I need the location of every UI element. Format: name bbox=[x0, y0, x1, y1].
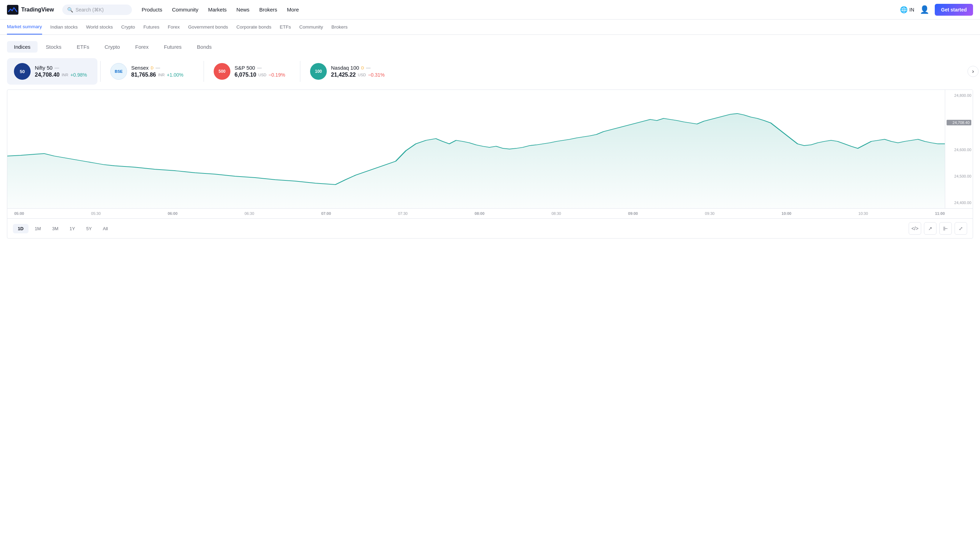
sec-nav-gov-bonds[interactable]: Government bonds bbox=[188, 24, 228, 30]
sp500-logo: 500 bbox=[214, 63, 231, 80]
nifty50-currency: INR bbox=[62, 73, 68, 77]
nav-links: Products Community Markets News Brokers … bbox=[142, 6, 900, 13]
index-card-sensex[interactable]: BSE Sensex D — 81,765.86 INR +1.00% bbox=[103, 58, 201, 84]
nasdaq-name-row: Nasdaq 100 D — bbox=[331, 65, 385, 71]
sec-nav-crypto[interactable]: Crypto bbox=[121, 24, 135, 30]
x-label-9: 09:30 bbox=[705, 211, 715, 215]
globe-icon: 🌐 bbox=[900, 6, 908, 14]
tab-stocks[interactable]: Stocks bbox=[39, 41, 68, 53]
nasdaq-delay-badge: D bbox=[361, 66, 364, 70]
time-btn-1m[interactable]: 1M bbox=[30, 224, 46, 233]
sp500-change: −0.19% bbox=[269, 72, 285, 78]
sec-nav-futures[interactable]: Futures bbox=[143, 24, 159, 30]
nasdaq-name: Nasdaq 100 bbox=[331, 65, 359, 71]
sec-nav-corp-bonds[interactable]: Corporate bonds bbox=[236, 24, 272, 30]
chart-inner[interactable]: 24,800.00 24,708.40 24,600.00 24,500.00 … bbox=[7, 90, 973, 208]
nav-right: 🌐 IN 👤 Get started bbox=[900, 4, 973, 16]
sensex-values: 81,765.86 INR +1.00% bbox=[131, 72, 183, 78]
index-card-nifty50[interactable]: 50 Nifty 50 — 24,708.40 INR +0.98% bbox=[7, 58, 97, 84]
sec-nav-indian-stocks[interactable]: Indian stocks bbox=[51, 24, 78, 30]
time-btn-5y[interactable]: 5Y bbox=[81, 224, 97, 233]
x-label-3: 06:30 bbox=[245, 211, 255, 215]
sp500-name-row: S&P 500 — bbox=[235, 65, 285, 71]
tool-fullscreen[interactable]: ⤢ bbox=[955, 222, 967, 235]
nav-news[interactable]: News bbox=[236, 6, 250, 13]
sp500-name: S&P 500 bbox=[235, 65, 255, 71]
sensex-name-row: Sensex D — bbox=[131, 65, 183, 71]
x-label-4: 07:00 bbox=[321, 211, 331, 215]
index-cards: 50 Nifty 50 — 24,708.40 INR +0.98% BSE S… bbox=[7, 58, 973, 84]
region-label: IN bbox=[909, 7, 914, 13]
y-axis: 24,800.00 24,708.40 24,600.00 24,500.00 … bbox=[945, 90, 973, 208]
user-icon[interactable]: 👤 bbox=[920, 5, 929, 14]
logo[interactable]: TradingView bbox=[7, 5, 54, 14]
nav-community[interactable]: Community bbox=[172, 6, 198, 13]
time-btn-3m[interactable]: 3M bbox=[47, 224, 63, 233]
tab-crypto[interactable]: Crypto bbox=[97, 41, 127, 53]
tab-futures[interactable]: Futures bbox=[157, 41, 189, 53]
get-started-button[interactable]: Get started bbox=[935, 4, 973, 16]
sensex-minus[interactable]: — bbox=[156, 65, 160, 70]
sensex-currency: INR bbox=[158, 73, 165, 77]
time-btn-1d[interactable]: 1D bbox=[13, 224, 29, 233]
asset-tabs: Indices Stocks ETFs Crypto Forex Futures… bbox=[0, 35, 980, 58]
index-card-sp500[interactable]: 500 S&P 500 — 6,075.10 USD −0.19% bbox=[207, 58, 297, 84]
sp500-info: S&P 500 — 6,075.10 USD −0.19% bbox=[235, 65, 285, 78]
y-label-4: 24,400.00 bbox=[947, 201, 971, 205]
sec-nav-etfs[interactable]: ETFs bbox=[280, 24, 291, 30]
nasdaq-currency: USD bbox=[358, 73, 366, 77]
y-label-3: 24,500.00 bbox=[947, 174, 971, 178]
search-icon: 🔍 bbox=[67, 7, 73, 13]
sec-nav-community[interactable]: Community bbox=[299, 24, 323, 30]
nasdaq-info: Nasdaq 100 D — 21,425.22 USD −0.31% bbox=[331, 65, 385, 78]
sec-nav-market-summary[interactable]: Market summary bbox=[7, 19, 42, 35]
nav-more[interactable]: More bbox=[287, 6, 299, 13]
tab-etfs[interactable]: ETFs bbox=[70, 41, 96, 53]
time-btn-all[interactable]: All bbox=[98, 224, 113, 233]
sensex-delay-badge: D bbox=[151, 66, 153, 70]
index-card-nasdaq[interactable]: 100 Nasdaq 100 D — 21,425.22 USD −0.31% bbox=[303, 58, 407, 84]
nifty50-price: 24,708.40 bbox=[35, 72, 59, 78]
time-btn-1y[interactable]: 1Y bbox=[65, 224, 80, 233]
cards-next-arrow[interactable]: › bbox=[967, 66, 978, 77]
x-label-11: 10:30 bbox=[859, 211, 868, 215]
nasdaq-price: 21,425.22 bbox=[331, 72, 356, 78]
tool-compare[interactable]: ⊩ bbox=[939, 222, 952, 235]
tool-code[interactable]: </> bbox=[908, 222, 921, 235]
time-controls: 1D 1M 3M 1Y 5Y All </> ↗ ⊩ ⤢ bbox=[7, 218, 973, 238]
tab-forex[interactable]: Forex bbox=[129, 41, 156, 53]
tool-chart[interactable]: ↗ bbox=[924, 222, 937, 235]
chart-container: 24,800.00 24,708.40 24,600.00 24,500.00 … bbox=[7, 89, 973, 239]
search-box[interactable]: 🔍 Search (⌘K) bbox=[62, 5, 132, 15]
nav-brokers[interactable]: Brokers bbox=[259, 6, 277, 13]
tab-bonds[interactable]: Bonds bbox=[190, 41, 219, 53]
x-label-6: 08:00 bbox=[475, 211, 484, 215]
sensex-change: +1.00% bbox=[167, 72, 183, 78]
nasdaq-minus[interactable]: — bbox=[366, 65, 371, 70]
tab-indices[interactable]: Indices bbox=[7, 41, 38, 53]
sec-nav-brokers[interactable]: Brokers bbox=[331, 24, 348, 30]
sec-nav-forex[interactable]: Forex bbox=[168, 24, 180, 30]
logo-text: TradingView bbox=[21, 6, 54, 13]
sensex-logo: BSE bbox=[110, 63, 127, 80]
sec-nav-world-stocks[interactable]: World stocks bbox=[86, 24, 113, 30]
x-label-7: 08:30 bbox=[552, 211, 562, 215]
current-price-label: 24,708.40 bbox=[947, 120, 971, 125]
nifty50-values: 24,708.40 INR +0.98% bbox=[35, 72, 87, 78]
x-label-12: 11:00 bbox=[935, 211, 945, 215]
sp500-minus[interactable]: — bbox=[257, 65, 262, 70]
region-selector[interactable]: 🌐 IN bbox=[900, 6, 914, 14]
x-label-10: 10:00 bbox=[782, 211, 791, 215]
sensex-price: 81,765.86 bbox=[131, 72, 156, 78]
nifty50-minus[interactable]: — bbox=[55, 65, 59, 70]
nav-products[interactable]: Products bbox=[142, 6, 162, 13]
time-buttons: 1D 1M 3M 1Y 5Y All bbox=[13, 224, 113, 233]
x-label-5: 07:30 bbox=[398, 211, 408, 215]
sensex-name: Sensex bbox=[131, 65, 149, 71]
nasdaq-values: 21,425.22 USD −0.31% bbox=[331, 72, 385, 78]
nifty50-name: Nifty 50 bbox=[35, 65, 52, 71]
nasdaq-change: −0.31% bbox=[368, 72, 385, 78]
chart-tools: </> ↗ ⊩ ⤢ bbox=[908, 222, 967, 235]
nav-markets[interactable]: Markets bbox=[208, 6, 227, 13]
x-label-0: 05:00 bbox=[14, 211, 24, 215]
